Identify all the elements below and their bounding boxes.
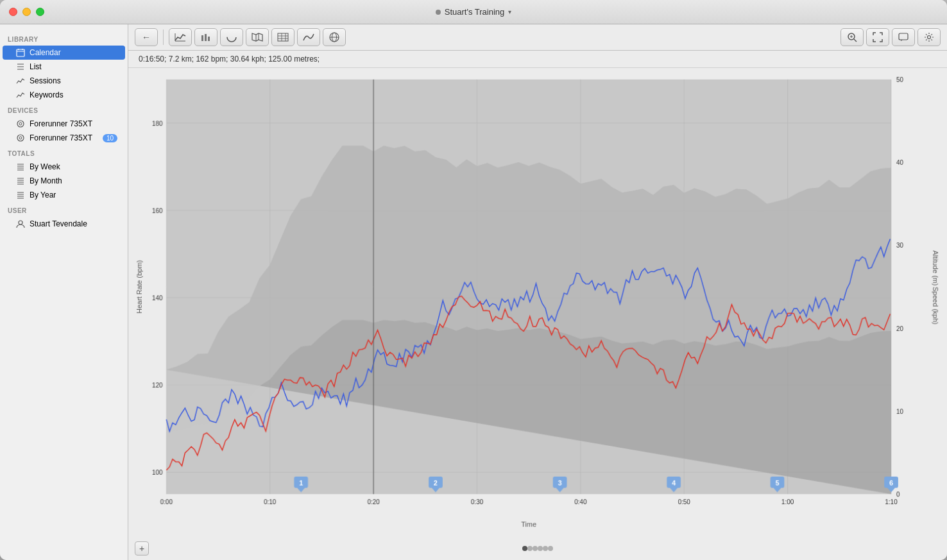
- sidebar-item-by-month[interactable]: By Month: [3, 174, 125, 188]
- svg-point-9: [17, 135, 24, 141]
- svg-point-7: [17, 121, 24, 127]
- page-dot-5[interactable]: [543, 546, 548, 551]
- device1-icon: [15, 119, 26, 129]
- svg-point-10: [19, 137, 22, 139]
- sidebar-item-by-week[interactable]: By Week: [3, 160, 125, 174]
- svg-rect-45: [899, 33, 908, 40]
- page-dot-6[interactable]: [548, 546, 553, 551]
- calendar-label: Calendar: [30, 48, 61, 57]
- by-month-icon: [15, 176, 26, 186]
- svg-rect-33: [278, 33, 288, 41]
- comment-button[interactable]: [892, 28, 915, 46]
- maximize-button[interactable]: [36, 8, 44, 16]
- back-icon: ←: [142, 32, 151, 42]
- svg-point-23: [19, 221, 22, 225]
- curve-button[interactable]: [297, 28, 320, 46]
- traffic-lights: [9, 8, 44, 16]
- sidebar: LIBRARY Calendar: [0, 24, 128, 560]
- main-content: LIBRARY Calendar: [0, 24, 947, 560]
- window-title: Stuart's Training ▾: [436, 7, 512, 17]
- globe-button[interactable]: [323, 28, 346, 46]
- circular-button[interactable]: [220, 28, 243, 46]
- svg-rect-27: [205, 34, 207, 41]
- svg-point-46: [928, 36, 931, 39]
- sidebar-item-user[interactable]: Stuart Tevendale: [3, 217, 125, 231]
- by-month-label: By Month: [30, 176, 62, 185]
- add-button[interactable]: +: [135, 541, 149, 556]
- user-section-label: USER: [0, 202, 128, 217]
- devices-section-label: DEVICES: [0, 102, 128, 117]
- by-week-label: By Week: [30, 162, 60, 171]
- keywords-icon: [15, 90, 26, 100]
- right-toolbar-buttons: [840, 28, 941, 46]
- library-section-label: LIBRARY: [0, 31, 128, 46]
- device2-badge: 10: [103, 134, 117, 142]
- forerunner1-label: Forerunner 735XT: [30, 119, 92, 128]
- page-dot-1[interactable]: [522, 546, 527, 551]
- back-button[interactable]: ←: [135, 28, 158, 46]
- page-dot-3[interactable]: [533, 546, 538, 551]
- svg-rect-28: [208, 37, 210, 41]
- keywords-label: Keywords: [30, 90, 64, 99]
- user-label: Stuart Tevendale: [30, 219, 87, 228]
- main-window: Stuart's Training ▾ LIBRARY Calendar: [0, 0, 947, 560]
- sidebar-item-forerunner1[interactable]: Forerunner 735XT: [3, 117, 125, 131]
- sidebar-item-list[interactable]: List: [3, 60, 125, 74]
- totals-section-label: TOTALS: [0, 145, 128, 160]
- chart-type-buttons: [169, 28, 346, 46]
- title-chevron: ▾: [508, 8, 511, 15]
- line-chart-button[interactable]: [169, 28, 192, 46]
- chart-canvas[interactable]: [133, 73, 942, 532]
- user-icon: [15, 219, 26, 229]
- minimize-button[interactable]: [22, 8, 31, 16]
- svg-point-29: [227, 33, 236, 42]
- svg-rect-0: [17, 49, 24, 56]
- svg-rect-26: [201, 35, 203, 41]
- map-button[interactable]: [246, 28, 269, 46]
- toolbar-sep1: [163, 30, 164, 45]
- by-week-icon: [15, 162, 26, 172]
- sidebar-item-calendar[interactable]: Calendar: [3, 46, 125, 60]
- calendar-icon: [15, 47, 26, 58]
- sidebar-item-keywords[interactable]: Keywords: [3, 88, 125, 102]
- title-text: Stuart's Training: [445, 7, 505, 17]
- toolbar: ←: [128, 24, 947, 51]
- sidebar-item-by-year[interactable]: By Year: [3, 188, 125, 202]
- close-button[interactable]: [9, 8, 17, 16]
- by-year-icon: [15, 190, 26, 200]
- by-year-label: By Year: [30, 191, 56, 199]
- plus-icon: +: [139, 543, 144, 554]
- svg-point-8: [19, 123, 22, 125]
- page-dot-4[interactable]: [538, 546, 543, 551]
- grid-button[interactable]: [271, 28, 294, 46]
- sessions-icon: [15, 76, 26, 86]
- bottom-bar: +: [128, 537, 947, 560]
- settings-button[interactable]: [917, 28, 941, 46]
- sessions-label: Sessions: [30, 76, 61, 85]
- list-label: List: [30, 62, 42, 71]
- svg-marker-30: [252, 33, 262, 41]
- list-icon: [15, 62, 26, 72]
- right-panel: ←: [128, 24, 947, 560]
- stats-bar: 0:16:50; 7.2 km; 162 bpm; 30.64 kph; 125…: [128, 51, 947, 68]
- page-dot-2[interactable]: [527, 546, 533, 551]
- stats-text: 0:16:50; 7.2 km; 162 bpm; 30.64 kph; 125…: [139, 55, 320, 64]
- svg-line-42: [854, 39, 857, 42]
- zoom-button[interactable]: [840, 28, 864, 46]
- device2-icon: [15, 133, 26, 143]
- title-dot: [436, 10, 441, 15]
- sidebar-item-forerunner2[interactable]: Forerunner 735XT 10: [3, 131, 125, 145]
- bar-chart-button[interactable]: [194, 28, 218, 46]
- sidebar-item-sessions[interactable]: Sessions: [3, 74, 125, 88]
- forerunner2-label: Forerunner 735XT: [30, 133, 92, 142]
- titlebar: Stuart's Training ▾: [0, 0, 947, 24]
- chart-container[interactable]: [128, 68, 947, 537]
- fullscreen-button[interactable]: [866, 28, 889, 46]
